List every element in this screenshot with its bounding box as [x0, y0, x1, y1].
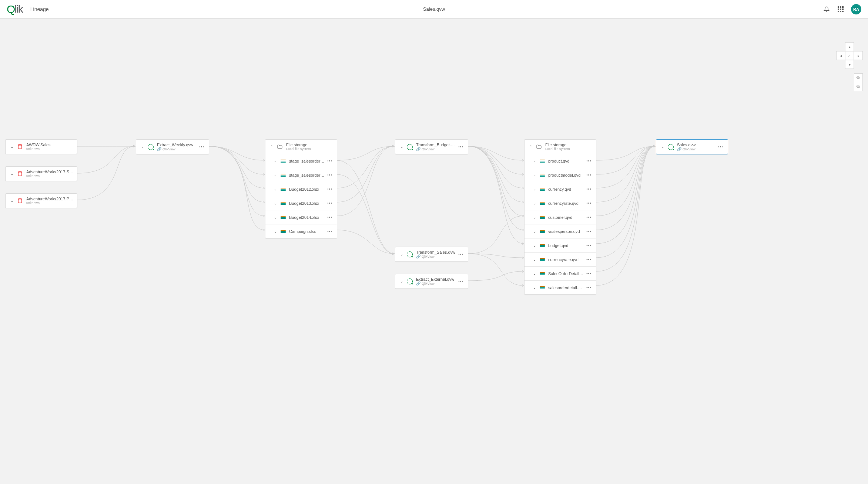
qlik-app-icon — [667, 144, 674, 150]
file-child-row[interactable]: ⌄currencyrate.qvd••• — [525, 252, 596, 266]
extract-weekly-node[interactable]: ⌄ Extract_Weekly.qvw 🔗QlikView ••• — [136, 139, 209, 154]
more-menu-button[interactable]: ••• — [586, 173, 592, 177]
file-child-row[interactable]: ⌄product.qvd••• — [525, 154, 596, 168]
chevron-down-icon[interactable]: ⌄ — [532, 187, 537, 191]
file-child-title: Budget2013.xlsx — [289, 201, 325, 206]
source-node-awdw-sales[interactable]: ⌄ AWDW.Sales unknown — [5, 139, 77, 154]
file-child-row[interactable]: ⌄productmodel.qvd••• — [525, 168, 596, 182]
pan-up-button[interactable]: ▴ — [845, 42, 854, 51]
more-menu-button[interactable]: ••• — [458, 252, 464, 256]
file-child-row[interactable]: ⌄Budget2012.xlsx••• — [265, 182, 337, 196]
qlik-logo[interactable]: Qlik — [7, 3, 23, 16]
node-title: Transform_Sales.qvw — [416, 250, 456, 254]
chevron-up-icon[interactable]: ⌃ — [269, 145, 274, 149]
chevron-down-icon[interactable]: ⌄ — [532, 286, 537, 290]
file-storage-node-2[interactable]: ⌃ File storage Local file system ⌄produc… — [524, 139, 596, 295]
chevron-down-icon[interactable]: ⌄ — [532, 201, 537, 205]
more-menu-button[interactable]: ••• — [326, 215, 333, 219]
node-subtitle: unknown — [26, 201, 73, 205]
node-title: File storage — [286, 143, 333, 147]
file-child-title: currency.qvd — [548, 187, 584, 191]
pan-home-button[interactable]: ⌂ — [845, 51, 854, 60]
file-child-title: customer.qvd — [548, 215, 584, 220]
lineage-canvas[interactable]: ⌄ AWDW.Sales unknown ⌄ AdventureWorks201… — [0, 19, 868, 484]
chevron-down-icon[interactable]: ⌄ — [273, 229, 278, 233]
more-menu-button[interactable]: ••• — [458, 145, 464, 149]
more-menu-button[interactable]: ••• — [586, 229, 592, 233]
more-menu-button[interactable]: ••• — [586, 286, 592, 290]
source-node-adventureworks-product[interactable]: ⌄ AdventureWorks2017.Produ... unknown — [5, 193, 77, 208]
file-child-row[interactable]: ⌄Budget2013.xlsx••• — [265, 196, 337, 210]
file-child-row[interactable]: ⌄Campaign.xlsx••• — [265, 224, 337, 238]
chevron-down-icon[interactable]: ⌄ — [9, 172, 14, 176]
chevron-down-icon[interactable]: ⌄ — [532, 215, 537, 219]
chevron-down-icon[interactable]: ⌄ — [532, 173, 537, 177]
file-child-row[interactable]: ⌄Budget2014.xlsx••• — [265, 210, 337, 224]
zoom-out-button[interactable] — [854, 82, 863, 91]
file-child-row[interactable]: ⌄currencyrate.qvd••• — [525, 196, 596, 210]
more-menu-button[interactable]: ••• — [717, 145, 724, 149]
more-menu-button[interactable]: ••• — [326, 229, 333, 233]
more-menu-button[interactable]: ••• — [586, 243, 592, 247]
chevron-down-icon[interactable]: ⌄ — [273, 173, 278, 177]
chevron-down-icon[interactable]: ⌄ — [399, 145, 404, 149]
chevron-down-icon[interactable]: ⌄ — [532, 243, 537, 247]
chevron-down-icon[interactable]: ⌄ — [273, 187, 278, 191]
chevron-down-icon[interactable]: ⌄ — [532, 257, 537, 261]
more-menu-button[interactable]: ••• — [458, 279, 464, 283]
more-menu-button[interactable]: ••• — [586, 159, 592, 163]
chevron-down-icon[interactable]: ⌄ — [273, 215, 278, 219]
link-icon: 🔗 — [416, 254, 420, 258]
pan-right-button[interactable]: ▸ — [854, 51, 863, 60]
chevron-down-icon[interactable]: ⌄ — [273, 201, 278, 205]
chevron-up-icon[interactable]: ⌃ — [528, 145, 533, 149]
sales-qvw-node[interactable]: ⌄ Sales.qvw 🔗QlikView ••• — [656, 139, 728, 154]
file-storage-node-1[interactable]: ⌃ File storage Local file system ⌄stage_… — [265, 139, 337, 238]
chevron-down-icon[interactable]: ⌄ — [9, 199, 14, 203]
more-menu-button[interactable]: ••• — [326, 159, 333, 163]
chevron-down-icon[interactable]: ⌄ — [532, 229, 537, 233]
bell-icon[interactable] — [823, 6, 830, 13]
dataset-icon — [539, 215, 545, 220]
transform-budget-node[interactable]: ⌄ Transform_Budget.qvw 🔗QlikView ••• — [395, 139, 468, 154]
pan-down-button[interactable]: ▾ — [845, 60, 854, 69]
more-menu-button[interactable]: ••• — [586, 201, 592, 205]
file-child-row[interactable]: ⌄stage_salesorderdetail...••• — [265, 154, 337, 168]
extract-external-node[interactable]: ⌄ Extract_External.qvw 🔗QlikView ••• — [395, 274, 468, 289]
source-node-adventureworks-sales[interactable]: ⌄ AdventureWorks2017.Sales unknown — [5, 166, 77, 181]
zoom-controls — [854, 73, 863, 91]
zoom-in-button[interactable] — [854, 73, 863, 82]
chevron-down-icon[interactable]: ⌄ — [140, 145, 145, 149]
file-child-row[interactable]: ⌄SalesOrderDetail_202...••• — [525, 266, 596, 280]
transform-sales-node[interactable]: ⌄ Transform_Sales.qvw 🔗QlikView ••• — [395, 247, 468, 262]
more-menu-button[interactable]: ••• — [326, 201, 333, 205]
file-child-row[interactable]: ⌄salesorderdetail.qvd••• — [525, 280, 596, 294]
more-menu-button[interactable]: ••• — [586, 271, 592, 276]
file-child-row[interactable]: ⌄stage_salesorderhead...••• — [265, 168, 337, 182]
more-menu-button[interactable]: ••• — [586, 257, 592, 261]
app-launcher-icon[interactable] — [837, 6, 844, 13]
more-menu-button[interactable]: ••• — [586, 215, 592, 219]
file-child-row[interactable]: ⌄budget.qvd••• — [525, 238, 596, 252]
file-child-row[interactable]: ⌄customer.qvd••• — [525, 210, 596, 224]
chevron-down-icon[interactable]: ⌄ — [660, 145, 665, 149]
link-icon: 🔗 — [416, 147, 420, 151]
chevron-down-icon[interactable]: ⌄ — [532, 271, 537, 276]
chevron-down-icon[interactable]: ⌄ — [399, 252, 404, 256]
breadcrumb[interactable]: Lineage — [30, 6, 49, 12]
chevron-down-icon[interactable]: ⌄ — [9, 145, 14, 149]
more-menu-button[interactable]: ••• — [326, 173, 333, 177]
file-child-row[interactable]: ⌄currency.qvd••• — [525, 182, 596, 196]
avatar[interactable]: RA — [851, 4, 861, 14]
more-menu-button[interactable]: ••• — [198, 145, 205, 149]
chevron-down-icon[interactable]: ⌄ — [532, 159, 537, 163]
more-menu-button[interactable]: ••• — [326, 187, 333, 191]
node-title: Extract_Weekly.qvw — [157, 143, 197, 147]
chevron-down-icon[interactable]: ⌄ — [273, 159, 278, 163]
file-child-row[interactable]: ⌄vsalesperson.qvd••• — [525, 224, 596, 238]
more-menu-button[interactable]: ••• — [586, 187, 592, 191]
node-subtitle: 🔗QlikView — [157, 147, 197, 151]
chevron-down-icon[interactable]: ⌄ — [399, 279, 404, 283]
node-subtitle: 🔗QlikView — [677, 147, 716, 151]
pan-left-button[interactable]: ◂ — [836, 51, 845, 60]
